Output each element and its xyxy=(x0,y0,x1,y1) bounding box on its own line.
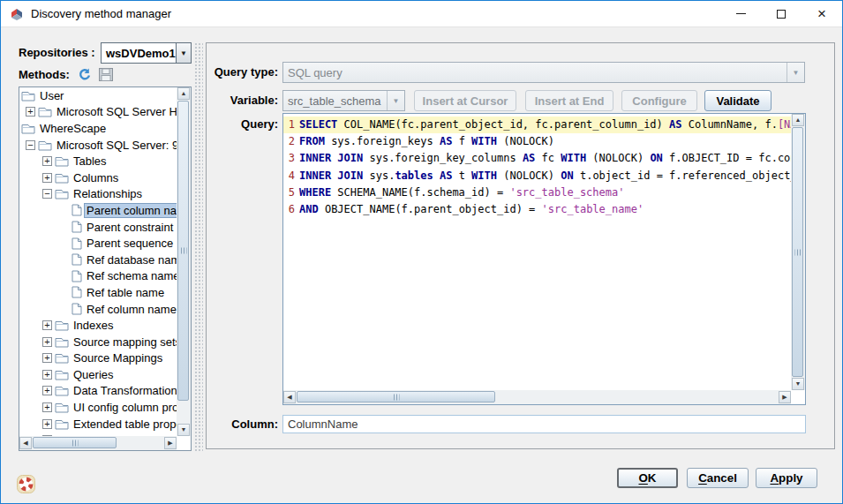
tree-item[interactable]: −Microsoft SQL Server: 9.0 - xyxy=(19,137,177,154)
methods-row: Methods: xyxy=(19,65,113,83)
panel-splitter[interactable] xyxy=(194,42,203,451)
tree-item[interactable]: +Source mapping sets xyxy=(19,334,177,350)
cancel-button[interactable]: Cancel xyxy=(687,468,749,488)
editor-vscroll-thumb[interactable] xyxy=(792,127,803,377)
expand-icon[interactable]: + xyxy=(42,337,52,347)
repositories-select[interactable]: wsDVDemo1 ▼ xyxy=(101,42,192,64)
sql-line[interactable]: 4INNER JOIN sys.tables AS t WITH (NOLOCK… xyxy=(283,168,791,184)
tree-item[interactable]: +UI config column prope xyxy=(19,399,177,416)
scroll-right-icon[interactable]: ▶ xyxy=(779,391,791,403)
sql-text: t xyxy=(452,169,471,182)
tree-item-label: Ref table name xyxy=(85,286,166,299)
tree-item[interactable]: User xyxy=(19,87,177,104)
dropdown-arrow-icon: ▼ xyxy=(176,43,191,63)
tree-vertical-scrollbar[interactable]: ▲ ▼ xyxy=(177,87,191,436)
expand-icon[interactable]: + xyxy=(42,386,52,395)
folder-icon xyxy=(21,123,35,134)
scroll-left-icon[interactable]: ◀ xyxy=(283,391,296,403)
tree-hscroll-thumb[interactable] xyxy=(33,437,117,448)
close-button[interactable]: × xyxy=(802,1,842,26)
window-title: Discovery method manager xyxy=(31,7,171,20)
sql-keyword: FROM xyxy=(299,135,325,147)
refresh-icon[interactable] xyxy=(78,68,91,81)
sql-text: (NOLOCK) xyxy=(497,169,561,182)
scroll-up-icon[interactable]: ▲ xyxy=(792,114,804,126)
sql-line[interactable]: 1SELECT COL_NAME(fc.parent_object_id, fc… xyxy=(283,117,791,133)
help-icon[interactable] xyxy=(17,475,35,496)
tree-item[interactable]: +Microsoft SQL Server HS: 9 xyxy=(19,104,177,121)
sql-line[interactable]: 5WHERE SCHEMA_NAME(f.schema_id) = 'src_t… xyxy=(283,184,791,201)
tree-item[interactable]: Ref column name xyxy=(19,301,177,318)
insert-at-cursor-button[interactable]: Insert at Cursor xyxy=(414,90,516,111)
editor-horizontal-scrollbar[interactable]: ◀ ▶ xyxy=(283,390,791,404)
scroll-left-icon[interactable]: ◀ xyxy=(19,437,32,449)
tree-item[interactable]: Parent constraint n xyxy=(19,219,177,236)
tree-vscroll-thumb[interactable] xyxy=(177,101,189,401)
validate-button[interactable]: Validate xyxy=(704,90,771,111)
repositories-label: Repositories : xyxy=(19,46,95,59)
expand-icon[interactable]: + xyxy=(42,370,52,380)
scroll-right-icon[interactable]: ▶ xyxy=(164,437,177,449)
sql-keyword: AND xyxy=(299,203,319,215)
tree-item[interactable]: +Extended table propert xyxy=(19,416,177,433)
tree-item[interactable]: Parent sequence xyxy=(19,235,177,252)
line-number: 2 xyxy=(288,133,295,150)
line-number: 5 xyxy=(288,184,295,201)
expand-icon[interactable]: + xyxy=(26,107,35,117)
sql-line[interactable]: 2FROM sys.foreign_keys AS f WITH (NOLOCK… xyxy=(283,133,791,150)
sql-text: (NOLOCK) xyxy=(586,152,650,164)
collapse-icon[interactable]: − xyxy=(26,140,35,150)
tree-item[interactable]: −Relationships xyxy=(19,186,177,203)
editor-vertical-scrollbar[interactable]: ▲ ▼ xyxy=(791,114,805,390)
tree-item[interactable]: +Columns xyxy=(19,169,177,186)
scroll-down-icon[interactable]: ▼ xyxy=(792,378,804,390)
expand-icon[interactable]: + xyxy=(42,320,52,330)
apply-button[interactable]: Apply xyxy=(756,468,817,488)
expand-icon[interactable]: + xyxy=(42,419,52,429)
document-icon xyxy=(72,221,82,233)
expand-icon[interactable]: + xyxy=(42,353,52,363)
methods-label: Methods: xyxy=(19,68,70,81)
collapse-icon[interactable]: − xyxy=(42,189,52,199)
scroll-down-icon[interactable]: ▼ xyxy=(177,424,190,436)
sql-line[interactable]: 6AND OBJECT_NAME(f.parent_object_id) = '… xyxy=(283,201,791,218)
scroll-up-icon[interactable]: ▲ xyxy=(177,87,190,100)
column-label: Column: xyxy=(207,417,278,431)
expand-icon[interactable]: + xyxy=(42,173,52,183)
tree-item[interactable]: Ref table name xyxy=(19,284,177,301)
tree-item[interactable]: WhereScape xyxy=(19,120,177,137)
maximize-icon xyxy=(777,10,786,19)
maximize-button[interactable] xyxy=(761,1,802,26)
tree-item[interactable]: +Source Mappings xyxy=(19,350,177,367)
tree-item-label: Parent column name xyxy=(85,204,177,217)
folder-icon xyxy=(55,418,69,430)
save-icon[interactable] xyxy=(99,68,113,81)
tree-item[interactable]: +Indexes xyxy=(19,317,177,334)
variable-select[interactable]: src_table_schema ▼ xyxy=(282,90,405,111)
tree-item[interactable]: Parent column name xyxy=(19,202,177,219)
tree-horizontal-scrollbar[interactable]: ◀ ▶ xyxy=(19,436,177,450)
ok-button[interactable]: OK xyxy=(617,468,678,488)
tree-item[interactable]: Ref schema name xyxy=(19,268,177,285)
configure-button[interactable]: Configure xyxy=(621,90,697,111)
sql-line[interactable]: 3INNER JOIN sys.foreign_key_columns AS f… xyxy=(283,150,791,167)
tree-item[interactable]: +Queries xyxy=(19,366,177,383)
column-field[interactable]: ColumnName xyxy=(282,415,806,433)
editor-hscroll-thumb[interactable] xyxy=(297,391,495,402)
expand-icon[interactable]: + xyxy=(42,156,52,166)
sql-keyword: WITH xyxy=(471,135,497,147)
insert-at-end-button[interactable]: Insert at End xyxy=(525,90,613,111)
tree-item[interactable]: +Tables xyxy=(19,153,177,169)
sql-code[interactable]: 1SELECT COL_NAME(fc.parent_object_id, fc… xyxy=(283,114,791,390)
minimize-button[interactable] xyxy=(720,1,761,26)
folder-icon xyxy=(55,369,69,380)
tree-item[interactable]: Ref database nam xyxy=(19,252,177,268)
document-icon xyxy=(72,286,82,298)
expand-icon[interactable]: + xyxy=(42,402,52,412)
tree-item[interactable]: +Data Transformations xyxy=(19,383,177,400)
sql-keyword: INNER JOIN xyxy=(299,169,363,182)
query-type-select[interactable]: SQL query ▼ xyxy=(282,62,805,83)
minimize-icon xyxy=(736,13,746,14)
sql-query-editor[interactable]: 1SELECT COL_NAME(fc.parent_object_id, fc… xyxy=(282,113,806,405)
title-bar[interactable]: Discovery method manager × xyxy=(1,1,842,27)
